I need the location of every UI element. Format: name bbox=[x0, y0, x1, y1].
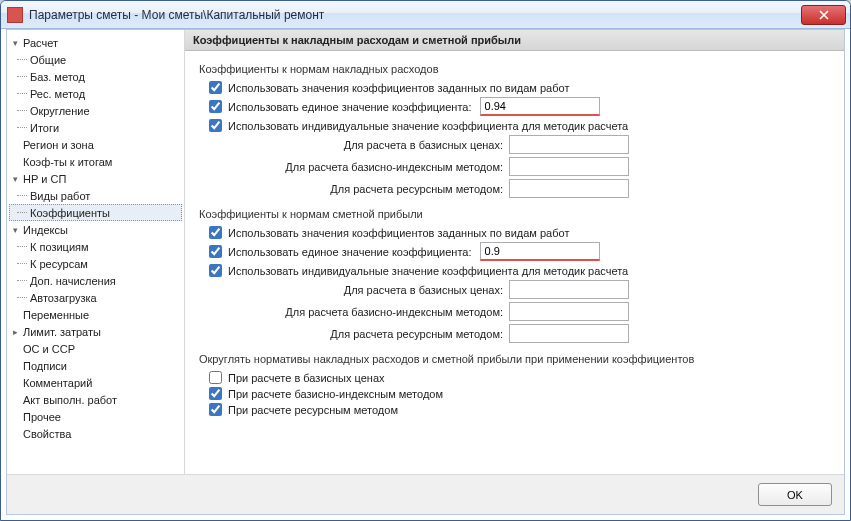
cb-g3-res[interactable] bbox=[209, 403, 222, 416]
tree-item-label: Акт выполн. работ bbox=[23, 394, 117, 406]
group2-title: Коэффициенты к нормам сметной прибыли bbox=[199, 208, 830, 220]
group1-title: Коэффициенты к нормам накладных расходов bbox=[199, 63, 830, 75]
cb-g2-indiv[interactable] bbox=[209, 264, 222, 277]
tree-item-3[interactable]: Рес. метод bbox=[9, 85, 182, 102]
cb-g1-vidy[interactable] bbox=[209, 81, 222, 94]
ok-button[interactable]: OK bbox=[758, 483, 832, 506]
cb-g1-vidy-label: Использовать значения коэффициентов зада… bbox=[228, 82, 569, 94]
cb-g2-edin[interactable] bbox=[209, 245, 222, 258]
content-body: Коэффициенты к нормам накладных расходов… bbox=[185, 51, 844, 474]
group3-title: Округлять нормативы накладных расходов и… bbox=[199, 353, 830, 365]
cb-g3-basidx-row: При расчете базисно-индексным методом bbox=[209, 387, 830, 400]
g1-basidx-row: Для расчета базисно-индексным методом: bbox=[209, 157, 830, 176]
tree-item-label: Общие bbox=[30, 54, 66, 66]
tree-item-4[interactable]: Округление bbox=[9, 102, 182, 119]
tree-item-13[interactable]: К ресурсам bbox=[9, 255, 182, 272]
tree-item-23[interactable]: Свойства bbox=[9, 425, 182, 442]
app-icon bbox=[7, 7, 23, 23]
g2-res-input[interactable] bbox=[509, 324, 629, 343]
g2-basidx-label: Для расчета базисно-индексным методом: bbox=[209, 306, 509, 318]
close-button[interactable] bbox=[801, 5, 846, 25]
tree-item-label: Итоги bbox=[30, 122, 59, 134]
g1-basis-input[interactable] bbox=[509, 135, 629, 154]
tree-item-label: Коэффициенты bbox=[30, 207, 110, 219]
tree-item-label: Переменные bbox=[23, 309, 89, 321]
dialog-window: Параметры сметы - Мои сметы\Капитальный … bbox=[0, 0, 851, 521]
g1-basidx-label: Для расчета базисно-индексным методом: bbox=[209, 161, 509, 173]
tree-item-16[interactable]: Переменные bbox=[9, 306, 182, 323]
g1-basis-row: Для расчета в базисных ценах: bbox=[209, 135, 830, 154]
cb-g1-indiv-row: Использовать индивидуальные значение коэ… bbox=[209, 119, 830, 132]
g1-edin-input[interactable] bbox=[480, 97, 600, 116]
tree-item-label: Баз. метод bbox=[30, 71, 85, 83]
tree-item-label: Регион и зона bbox=[23, 139, 94, 151]
tree-item-label: Рес. метод bbox=[30, 88, 85, 100]
tree-item-label: Автозагрузка bbox=[30, 292, 97, 304]
tree-item-9[interactable]: Виды работ bbox=[9, 187, 182, 204]
tree-item-17[interactable]: ▸Лимит. затраты bbox=[9, 323, 182, 340]
tree-item-label: НР и СП bbox=[23, 173, 66, 185]
tree-twisty-icon: ▸ bbox=[13, 327, 23, 337]
content-panel: Коэффициенты к накладным расходам и смет… bbox=[185, 30, 844, 474]
g2-res-label: Для расчета ресурсным методом: bbox=[209, 328, 509, 340]
g2-basidx-row: Для расчета базисно-индексным методом: bbox=[209, 302, 830, 321]
tree-item-20[interactable]: Комментарий bbox=[9, 374, 182, 391]
tree-item-1[interactable]: Общие bbox=[9, 51, 182, 68]
cb-g2-vidy[interactable] bbox=[209, 226, 222, 239]
tree-item-label: Виды работ bbox=[30, 190, 90, 202]
tree-item-label: Лимит. затраты bbox=[23, 326, 101, 338]
cb-g3-res-label: При расчете ресурсным методом bbox=[228, 404, 398, 416]
footer: OK bbox=[7, 474, 844, 514]
g2-edin-input[interactable] bbox=[480, 242, 600, 261]
g1-res-row: Для расчета ресурсным методом: bbox=[209, 179, 830, 198]
g2-basidx-input[interactable] bbox=[509, 302, 629, 321]
cb-g3-basis[interactable] bbox=[209, 371, 222, 384]
tree-item-18[interactable]: ОС и ССР bbox=[9, 340, 182, 357]
tree-item-6[interactable]: Регион и зона bbox=[9, 136, 182, 153]
tree-item-15[interactable]: Автозагрузка bbox=[9, 289, 182, 306]
tree-item-label: Прочее bbox=[23, 411, 61, 423]
tree-item-label: Округление bbox=[30, 105, 90, 117]
g2-basis-row: Для расчета в базисных ценах: bbox=[209, 280, 830, 299]
cb-g3-basis-row: При расчете в базисных ценах bbox=[209, 371, 830, 384]
cb-g1-vidy-row: Использовать значения коэффициентов зада… bbox=[209, 81, 830, 94]
tree-item-2[interactable]: Баз. метод bbox=[9, 68, 182, 85]
tree-item-14[interactable]: Доп. начисления bbox=[9, 272, 182, 289]
tree-item-label: Индексы bbox=[23, 224, 68, 236]
cb-g2-indiv-row: Использовать индивидуальные значение коэ… bbox=[209, 264, 830, 277]
cb-g1-indiv[interactable] bbox=[209, 119, 222, 132]
tree-item-21[interactable]: Акт выполн. работ bbox=[9, 391, 182, 408]
tree-item-label: Расчет bbox=[23, 37, 58, 49]
cb-g2-edin-row: Использовать единое значение коэффициент… bbox=[209, 242, 830, 261]
cb-g3-basidx[interactable] bbox=[209, 387, 222, 400]
tree-item-5[interactable]: Итоги bbox=[9, 119, 182, 136]
tree-item-0[interactable]: ▾Расчет bbox=[9, 34, 182, 51]
tree-item-19[interactable]: Подписи bbox=[9, 357, 182, 374]
tree-item-label: К позициям bbox=[30, 241, 89, 253]
client-area: ▾РасчетОбщиеБаз. методРес. методОкруглен… bbox=[6, 29, 845, 515]
cb-g1-edin[interactable] bbox=[209, 100, 222, 113]
tree-item-label: К ресурсам bbox=[30, 258, 88, 270]
titlebar: Параметры сметы - Мои сметы\Капитальный … bbox=[1, 1, 850, 29]
g2-basis-input[interactable] bbox=[509, 280, 629, 299]
tree-item-10[interactable]: Коэффициенты bbox=[9, 204, 182, 221]
cb-g2-vidy-label: Использовать значения коэффициентов зада… bbox=[228, 227, 569, 239]
g2-basis-label: Для расчета в базисных ценах: bbox=[209, 284, 509, 296]
tree-item-label: ОС и ССР bbox=[23, 343, 75, 355]
tree-item-8[interactable]: ▾НР и СП bbox=[9, 170, 182, 187]
g1-basidx-input[interactable] bbox=[509, 157, 629, 176]
tree-item-11[interactable]: ▾Индексы bbox=[9, 221, 182, 238]
cb-g1-edin-row: Использовать единое значение коэффициент… bbox=[209, 97, 830, 116]
cb-g3-basis-label: При расчете в базисных ценах bbox=[228, 372, 385, 384]
tree-item-7[interactable]: Коэф-ты к итогам bbox=[9, 153, 182, 170]
cb-g2-edin-label: Использовать единое значение коэффициент… bbox=[228, 246, 472, 258]
tree-twisty-icon: ▾ bbox=[13, 225, 23, 235]
g1-res-input[interactable] bbox=[509, 179, 629, 198]
cb-g1-indiv-label: Использовать индивидуальные значение коэ… bbox=[228, 120, 628, 132]
cb-g2-indiv-label: Использовать индивидуальные значение коэ… bbox=[228, 265, 628, 277]
content-header: Коэффициенты к накладным расходам и смет… bbox=[185, 30, 844, 51]
cb-g3-res-row: При расчете ресурсным методом bbox=[209, 403, 830, 416]
sidebar-tree[interactable]: ▾РасчетОбщиеБаз. методРес. методОкруглен… bbox=[7, 30, 185, 474]
tree-item-22[interactable]: Прочее bbox=[9, 408, 182, 425]
tree-item-12[interactable]: К позициям bbox=[9, 238, 182, 255]
